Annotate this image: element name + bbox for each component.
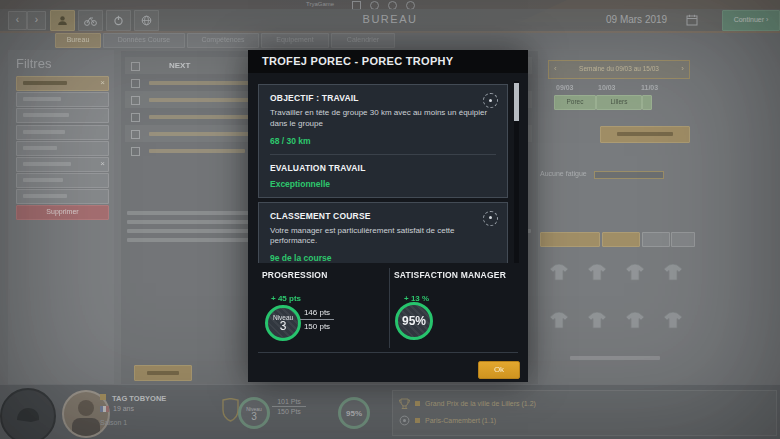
satisfaction-heading: SATISFACTION MANAGER xyxy=(394,270,506,280)
modal-title: TROFEJ POREC - POREC TROPHY xyxy=(262,55,453,67)
level-progress-circle: Niveau 3 xyxy=(265,305,301,341)
objective-body: Travailler en tête de groupe 30 km avec … xyxy=(270,108,496,130)
satisfaction-circle: 95% xyxy=(395,302,433,340)
ranking-body: Votre manager est particulièrement satis… xyxy=(270,226,496,248)
objective-result: 68 / 30 km xyxy=(270,136,496,146)
evaluation-heading: EVALUATION TRAVAIL xyxy=(270,163,496,173)
fraction-bar xyxy=(300,319,334,320)
ok-button[interactable]: Ok xyxy=(478,361,520,379)
points-fraction: 146 pts 150 pts xyxy=(300,308,334,331)
target-icon xyxy=(483,211,498,226)
divider xyxy=(270,154,496,155)
scrollbar-track[interactable] xyxy=(514,81,519,263)
ranking-heading: CLASSEMENT COURSE xyxy=(270,211,496,221)
game-screen: TryaGame ‹ › xyxy=(0,0,780,439)
points-current: 146 pts xyxy=(300,308,334,317)
satisfaction-value: 95% xyxy=(402,314,426,328)
footer-divider xyxy=(258,352,518,353)
progression-heading: PROGRESSION xyxy=(262,270,328,280)
results-scroll-area[interactable]: OBJECTIF : TRAVAIL Travailler en tête de… xyxy=(258,81,519,263)
target-icon xyxy=(483,93,498,108)
points-total: 150 pts xyxy=(300,322,334,331)
ranking-result: 9e de la course xyxy=(270,253,496,263)
objective-card: OBJECTIF : TRAVAIL Travailler en tête de… xyxy=(258,84,508,198)
column-divider xyxy=(389,268,390,348)
modal-title-bar: TROFEJ POREC - POREC TROPHY xyxy=(248,50,528,73)
trophy-result-modal: TROFEJ POREC - POREC TROPHY OBJECTIF : T… xyxy=(248,50,528,382)
scrollbar-thumb[interactable] xyxy=(514,83,519,121)
ranking-card: CLASSEMENT COURSE Votre manager est part… xyxy=(258,202,508,263)
objective-heading: OBJECTIF : TRAVAIL xyxy=(270,93,496,103)
evaluation-result: Exceptionnelle xyxy=(270,179,496,189)
points-gain: + 45 pts xyxy=(271,294,301,303)
level-value: 3 xyxy=(280,321,287,332)
